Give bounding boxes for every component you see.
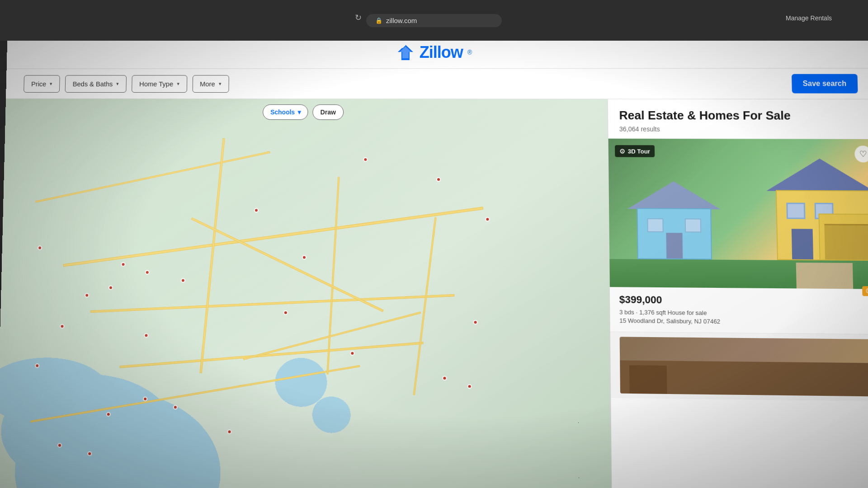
house-illustration-left <box>627 185 722 260</box>
map-road <box>413 217 437 395</box>
map-pin[interactable] <box>254 208 259 212</box>
map-pin[interactable] <box>436 177 441 182</box>
map-pin[interactable] <box>181 278 185 282</box>
map-road <box>90 294 454 313</box>
filter-bar: Price ▾ Beds & Baths ▾ Home Type ▾ More … <box>6 68 868 99</box>
map-pin[interactable] <box>443 376 447 381</box>
map-pin[interactable] <box>108 285 113 290</box>
house-garage <box>818 214 868 261</box>
map-area[interactable]: Schools ▾ Draw <box>0 99 612 488</box>
map-pin[interactable] <box>60 324 64 329</box>
home-type-label: Home Type <box>139 80 173 88</box>
schools-chevron-icon: ▾ <box>297 108 301 116</box>
price-label: Price <box>31 80 47 88</box>
listings-panel: Real Estate & Homes For Sale 36,064 resu… <box>608 99 868 488</box>
svg-marker-1 <box>400 47 411 58</box>
map-road <box>30 365 360 422</box>
property-card[interactable]: ⊙ 3D Tour ♡ $399,000 3 bds · 1,376 sqft … <box>609 139 868 334</box>
more-label: More <box>200 80 215 88</box>
listings-count: 36,064 results <box>619 126 867 133</box>
driveway <box>796 263 854 289</box>
agent-icon: Ⓢ <box>866 287 868 295</box>
map-pin[interactable] <box>85 293 89 297</box>
listings-header: Real Estate & Homes For Sale 36,064 resu… <box>608 99 868 140</box>
map-pin[interactable] <box>38 246 42 250</box>
tour-label: 3D Tour <box>628 148 650 155</box>
listings-title: Real Estate & Homes For Sale <box>619 108 866 123</box>
price-chevron-icon: ▾ <box>50 81 52 87</box>
map-pin[interactable] <box>144 333 148 338</box>
zillow-logo-icon <box>396 43 415 62</box>
map-overlay-controls: Schools ▾ Draw <box>263 104 344 120</box>
map-pin[interactable] <box>363 157 368 162</box>
map-road <box>120 342 424 368</box>
map-pin[interactable] <box>350 351 355 356</box>
beds-baths-chevron-icon: ▾ <box>116 81 119 87</box>
second-house-door <box>629 365 667 394</box>
house-roof-right <box>766 159 868 192</box>
beds-baths-label: Beds & Baths <box>73 80 113 88</box>
zillow-logo[interactable]: Zillow® <box>396 42 472 61</box>
zillow-logo-text: Zillow <box>420 42 463 61</box>
draw-button[interactable]: Draw <box>313 104 344 120</box>
more-chevron-icon: ▾ <box>219 81 222 87</box>
schools-filter-button[interactable]: Schools ▾ <box>263 104 308 120</box>
map-road <box>243 311 421 360</box>
property-info: $399,000 3 bds · 1,376 sqft House for sa… <box>610 287 868 334</box>
home-type-filter-button[interactable]: Home Type ▾ <box>132 75 187 93</box>
house-body-left <box>637 208 712 260</box>
map-pin[interactable] <box>121 262 126 267</box>
webpage: Zillow® Price ▾ Beds & Baths ▾ Home Type… <box>0 35 868 488</box>
property-image: ⊙ 3D Tour ♡ <box>609 139 868 289</box>
save-search-button[interactable]: Save search <box>792 74 858 94</box>
zillow-trademark: ® <box>467 48 472 56</box>
tour-badge: ⊙ 3D Tour <box>615 145 655 157</box>
price-filter-button[interactable]: Price ▾ <box>24 75 60 93</box>
map-pin[interactable] <box>35 363 40 368</box>
main-content: Schools ▾ Draw Real Estate & Homes For S… <box>0 99 868 488</box>
property-img-background <box>609 139 868 289</box>
map-pin[interactable] <box>302 255 307 260</box>
map-background <box>0 99 612 488</box>
browser-chrome: 🔒 zillow.com ↻ Manage Rentals <box>0 0 868 41</box>
address-bar[interactable]: 🔒 zillow.com <box>366 14 502 27</box>
second-listing-image <box>620 337 868 396</box>
map-pin[interactable] <box>173 405 177 409</box>
shield-icon: 🔒 <box>375 17 382 24</box>
map-pin[interactable] <box>106 412 111 416</box>
house-roof-left <box>627 181 720 209</box>
url-text: zillow.com <box>386 17 417 24</box>
map-pin[interactable] <box>473 320 478 324</box>
map-pin[interactable] <box>485 217 490 221</box>
map-pin[interactable] <box>143 396 147 401</box>
schools-label: Schools <box>270 108 295 116</box>
more-filter-button[interactable]: More ▾ <box>192 75 229 93</box>
map-road <box>326 177 340 375</box>
map-road <box>191 217 384 312</box>
second-listing-preview[interactable] <box>610 332 868 401</box>
camera-icon: ⊙ <box>619 147 625 155</box>
agent-badge: Ⓢ <box>862 286 868 296</box>
map-road <box>200 138 225 373</box>
map-pin[interactable] <box>57 443 62 448</box>
map-pin[interactable] <box>87 451 92 456</box>
home-type-chevron-icon: ▾ <box>177 81 179 87</box>
manage-rentals-link[interactable]: Manage Rentals <box>786 14 832 22</box>
beds-baths-filter-button[interactable]: Beds & Baths ▾ <box>65 75 127 93</box>
map-road <box>35 151 270 203</box>
map-pin[interactable] <box>145 270 149 274</box>
map-pin[interactable] <box>227 429 232 434</box>
property-price: $399,000 <box>619 294 868 308</box>
reload-icon[interactable]: ↻ <box>355 13 362 23</box>
house-illustration-right <box>757 167 868 261</box>
map-pin[interactable] <box>467 384 472 389</box>
map-pin[interactable] <box>283 310 288 315</box>
